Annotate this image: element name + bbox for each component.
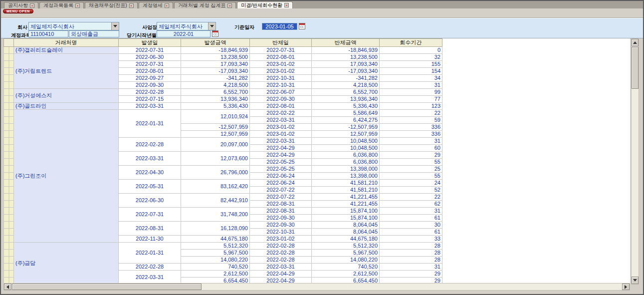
settle-date-cell[interactable]: 2023-01-02 [250, 236, 312, 243]
settle-date-cell[interactable]: 2022-10-31 [250, 229, 312, 236]
row-header-cell[interactable] [4, 229, 14, 236]
settle-date-cell[interactable]: 2022-06-07 [250, 89, 312, 96]
row-header-cell[interactable] [4, 131, 14, 138]
settle-date-cell[interactable]: 2022-08-01 [250, 103, 312, 110]
occur-amount-cell[interactable]: 13,238,500 [181, 54, 250, 61]
settle-date-cell[interactable]: 2022-05-25 [250, 159, 312, 166]
settle-amount-cell[interactable]: 13,238,500 [312, 54, 380, 61]
settle-amount-cell[interactable]: 41,581,210 [312, 187, 380, 194]
collection-days-cell[interactable]: 24 [380, 180, 442, 187]
row-header-cell[interactable] [4, 166, 14, 173]
settle-amount-cell[interactable]: 6,552,700 [312, 89, 380, 96]
vertical-scrollbar[interactable] [631, 38, 639, 285]
collection-days-cell[interactable]: 123 [380, 103, 442, 110]
tab-1[interactable]: 공지사항× [4, 2, 38, 8]
tab-3[interactable]: 채권채무장(전표)× [85, 2, 138, 8]
occur-amount-cell[interactable]: 16,128,090 [181, 222, 250, 236]
horizontal-scrollbar-thumb[interactable] [12, 284, 202, 290]
collection-days-cell[interactable]: 336 [380, 131, 442, 138]
collection-days-cell[interactable]: 31 [380, 82, 442, 89]
occur-amount-cell[interactable]: -341,282 [181, 75, 250, 82]
settle-amount-cell[interactable]: 13,936,340 [312, 96, 380, 103]
occur-date-cell[interactable]: 2022-03-31 [119, 152, 181, 166]
horizontal-scrollbar[interactable] [3, 283, 630, 291]
settle-date-cell[interactable]: 2022-09-30 [250, 96, 312, 103]
settle-date-cell[interactable]: 2022-06-24 [250, 173, 312, 180]
occur-date-cell[interactable]: 2022-02-28 [119, 89, 181, 96]
collection-days-cell[interactable]: 28 [380, 257, 442, 264]
tab-2[interactable]: 계정과목등록× [39, 2, 84, 8]
company-select[interactable]: 제일제지주식회사 [28, 22, 119, 30]
settle-date-cell[interactable]: 2022-07-22 [250, 194, 312, 201]
row-header-cell[interactable] [4, 271, 14, 278]
account-code-input[interactable]: 11100410 [28, 30, 68, 37]
settle-amount-cell[interactable]: 5,586,649 [312, 110, 380, 117]
row-header-cell[interactable] [4, 264, 14, 271]
base-date-calendar-icon[interactable] [299, 23, 305, 29]
site-select[interactable]: 제일제지주식회사 [157, 22, 216, 30]
settle-amount-cell[interactable]: 10,048,500 [312, 138, 380, 145]
occur-date-cell[interactable]: 2022-02-28 [119, 264, 181, 271]
occur-date-cell[interactable]: 2022-08-01 [119, 68, 181, 75]
occur-date-cell[interactable]: 2022-01-31 [119, 110, 181, 138]
occur-amount-cell[interactable]: 5,512,320 [181, 243, 250, 250]
collection-days-cell[interactable]: 22 [380, 194, 442, 201]
settle-amount-cell[interactable]: 41,221,455 [312, 194, 380, 201]
settle-amount-cell[interactable]: 15,874,100 [312, 208, 380, 215]
settle-date-cell[interactable]: 2022-03-31 [250, 264, 312, 271]
settle-amount-cell[interactable]: 6,036,800 [312, 159, 380, 166]
occur-date-cell[interactable]: 2022-04-30 [119, 166, 181, 180]
occur-date-cell[interactable]: 2022-07-31 [119, 61, 181, 68]
collection-days-cell[interactable]: 30 [380, 222, 442, 229]
settle-date-cell[interactable]: 2022-07-22 [250, 187, 312, 194]
occur-date-cell[interactable]: 2022-06-30 [119, 194, 181, 208]
occur-amount-cell[interactable]: 26,796,000 [181, 166, 250, 180]
occur-amount-cell[interactable]: 2,612,500 [181, 271, 250, 278]
menu-open-button[interactable]: MENU OPEN [3, 9, 33, 13]
customer-cell[interactable]: (주)갤러리드슬레이 [14, 47, 119, 54]
column-header-1[interactable]: 거래처명 [14, 39, 119, 47]
settle-amount-cell[interactable]: -12,507,959 [312, 124, 380, 131]
collection-days-cell[interactable]: 31 [380, 264, 442, 271]
settle-date-cell[interactable]: 2023-01-02 [250, 61, 312, 68]
base-date-input[interactable]: 2023-01-05 [262, 23, 297, 30]
collection-days-cell[interactable]: 55 [380, 159, 442, 166]
settle-date-cell[interactable]: 2022-06-24 [250, 180, 312, 187]
row-header-cell[interactable] [4, 145, 14, 152]
occur-amount-cell[interactable]: -18,846,939 [181, 47, 250, 54]
settle-amount-cell[interactable]: 41,221,455 [312, 201, 380, 208]
settle-amount-cell[interactable]: 17,093,340 [312, 61, 380, 68]
row-header-cell[interactable] [4, 103, 14, 110]
settle-amount-cell[interactable]: -17,093,340 [312, 68, 380, 75]
collection-days-cell[interactable]: 31 [380, 208, 442, 215]
scroll-right-button[interactable] [622, 284, 630, 290]
settle-amount-cell[interactable]: 12,507,959 [312, 131, 380, 138]
settle-date-cell[interactable]: 2022-04-29 [250, 271, 312, 278]
occur-amount-cell[interactable]: 13,936,340 [181, 96, 250, 103]
settle-date-cell[interactable]: 2022-08-31 [250, 201, 312, 208]
collection-days-cell[interactable]: 155 [380, 61, 442, 68]
column-header-2[interactable]: 발생일 [119, 39, 181, 47]
occur-date-cell[interactable]: 2022-05-31 [119, 180, 181, 194]
settle-amount-cell[interactable]: -18,846,939 [312, 47, 380, 54]
row-header-cell[interactable] [4, 222, 14, 229]
settle-amount-cell[interactable]: 2,612,500 [312, 271, 380, 278]
collection-days-cell[interactable]: 0 [380, 47, 442, 54]
settle-date-cell[interactable]: 2023-01-02 [250, 131, 312, 138]
scroll-up-button[interactable] [632, 39, 639, 46]
collection-days-cell[interactable]: 154 [380, 68, 442, 75]
customer-cell[interactable]: (주)골드라인 [14, 103, 119, 110]
collection-days-cell[interactable]: 29 [380, 152, 442, 159]
row-header-cell[interactable] [4, 117, 14, 124]
column-header-3[interactable]: 발생금액 [181, 39, 250, 47]
settle-amount-cell[interactable]: 14,080,220 [312, 257, 380, 264]
settle-amount-cell[interactable]: 10,048,500 [312, 145, 380, 152]
tab-5[interactable]: 거래처별 계정 집계표× [174, 2, 236, 8]
occur-amount-cell[interactable]: 6,552,700 [181, 89, 250, 96]
collection-days-cell[interactable]: 59 [380, 117, 442, 124]
occur-amount-cell[interactable]: 17,093,340 [181, 61, 250, 68]
occur-date-cell[interactable]: 2022-07-31 [119, 47, 181, 54]
tab-close-icon[interactable]: × [165, 3, 169, 8]
row-header-cell[interactable] [4, 61, 14, 68]
row-header-cell[interactable] [4, 110, 14, 117]
